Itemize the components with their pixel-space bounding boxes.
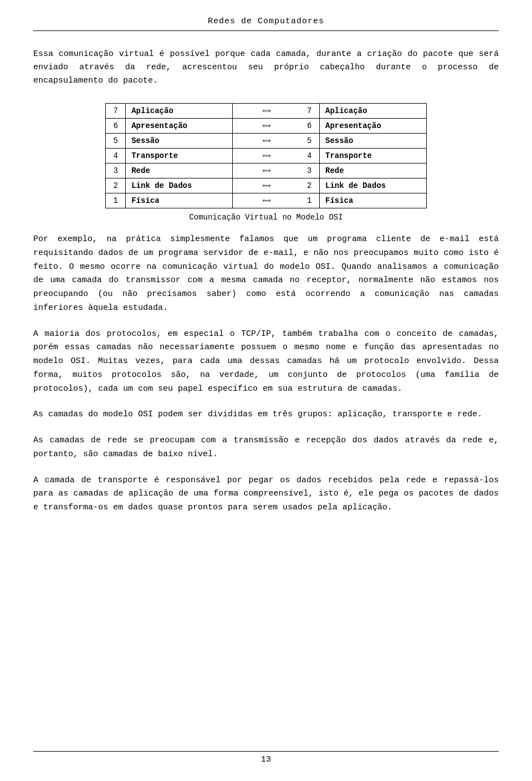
layer-name-right-3: Rede: [320, 164, 427, 178]
layer-num-right-2: 2: [299, 178, 319, 193]
layer-num-left-2: 2: [106, 178, 126, 193]
arrow-2: ⇐⇒: [233, 178, 300, 193]
osi-row-3: 3 Rede ⇐⇒ 3 Rede: [106, 164, 427, 178]
layer-num-left-1: 1: [106, 193, 126, 208]
paragraph-4: As camadas de rede se preocupam com a tr…: [33, 434, 499, 462]
layer-name-left-3: Rede: [126, 164, 233, 178]
paragraph-1: Por exemplo, na prática simplesmente fal…: [33, 233, 499, 315]
layer-name-right-6: Apresentação: [320, 119, 427, 134]
arrow-4: ⇐⇒: [233, 149, 300, 164]
layer-name-left-6: Apresentação: [126, 119, 233, 134]
osi-diagram: 7 Aplicação ⇐⇒ 7 Aplicação 6 Apresentaçã…: [105, 103, 427, 208]
osi-row-5: 5 Sessão ⇐⇒ 5 Sessão: [106, 134, 427, 149]
layer-num-left-7: 7: [106, 104, 126, 119]
arrow-3: ⇐⇒: [233, 164, 300, 178]
layer-num-left-5: 5: [106, 134, 126, 149]
layer-num-right-1: 1: [299, 193, 319, 208]
layer-name-right-2: Link de Dados: [320, 178, 427, 193]
layer-name-left-4: Transporte: [126, 149, 233, 164]
layer-name-right-4: Transporte: [320, 149, 427, 164]
layer-name-left-7: Aplicação: [126, 104, 233, 119]
layer-name-left-5: Sessão: [126, 134, 233, 149]
arrow-6: ⇐⇒: [233, 119, 300, 134]
osi-table: 7 Aplicação ⇐⇒ 7 Aplicação 6 Apresentaçã…: [105, 103, 427, 208]
paragraph-5: A camada de transporte é responsável por…: [33, 474, 499, 515]
layer-num-right-7: 7: [299, 104, 319, 119]
intro-paragraph: Essa comunicação virtual é possível porq…: [33, 48, 499, 88]
osi-row-2: 2 Link de Dados ⇐⇒ 2 Link de Dados: [106, 178, 427, 193]
page-footer: 13: [33, 751, 499, 764]
paragraph-3: As camadas do modelo OSI podem ser divid…: [33, 408, 499, 422]
arrow-1: ⇐⇒: [233, 193, 300, 208]
layer-num-right-3: 3: [299, 164, 319, 178]
paragraph-2: A maioria dos protocolos, em especial o …: [33, 328, 499, 396]
osi-row-1: 1 Física ⇐⇒ 1 Física: [106, 193, 427, 208]
layer-num-right-4: 4: [299, 149, 319, 164]
osi-row-7: 7 Aplicação ⇐⇒ 7 Aplicação: [106, 104, 427, 119]
layer-name-left-1: Física: [126, 193, 233, 208]
layer-name-right-1: Física: [320, 193, 427, 208]
page-container: Redes de Computadores Essa comunicação v…: [0, 0, 532, 781]
layer-name-right-5: Sessão: [320, 134, 427, 149]
layer-name-left-2: Link de Dados: [126, 178, 233, 193]
arrow-7: ⇐⇒: [233, 104, 300, 119]
layer-num-left-4: 4: [106, 149, 126, 164]
layer-num-right-5: 5: [299, 134, 319, 149]
layer-name-right-7: Aplicação: [320, 104, 427, 119]
page-header: Redes de Computadores: [33, 17, 499, 31]
layer-num-right-6: 6: [299, 119, 319, 134]
osi-caption: Comunicação Virtual no Modelo OSI: [33, 213, 499, 222]
layer-num-left-3: 3: [106, 164, 126, 178]
arrow-5: ⇐⇒: [233, 134, 300, 149]
page-title: Redes de Computadores: [208, 17, 324, 26]
osi-row-4: 4 Transporte ⇐⇒ 4 Transporte: [106, 149, 427, 164]
layer-num-left-6: 6: [106, 119, 126, 134]
page-number: 13: [261, 755, 271, 764]
osi-row-6: 6 Apresentação ⇐⇒ 6 Apresentação: [106, 119, 427, 134]
